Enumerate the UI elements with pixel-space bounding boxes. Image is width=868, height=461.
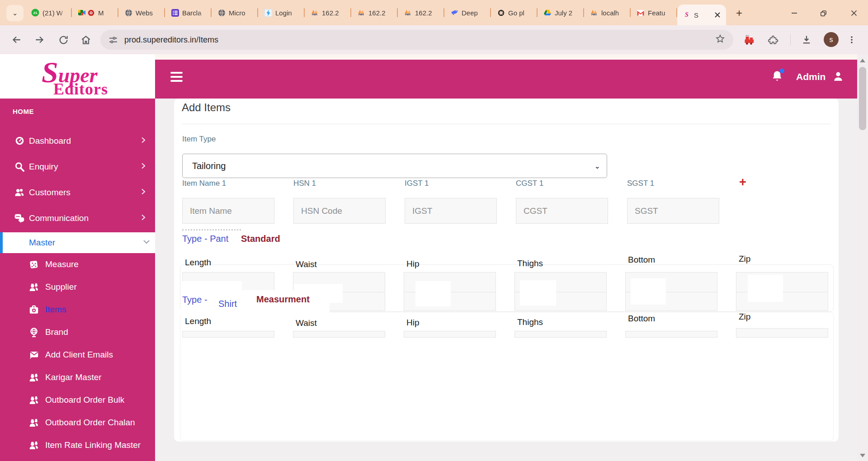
sidebar-item-label: Customers <box>29 188 71 198</box>
sidebar-item-enquiry[interactable]: Enquiry <box>0 154 155 179</box>
tab-label: 162.2 <box>322 9 345 17</box>
dashboard-icon <box>14 135 25 147</box>
menu-kebab-icon[interactable] <box>844 33 859 47</box>
sidebar-item-measure[interactable]: Measure <box>0 253 155 276</box>
item-type-label: Item Type <box>182 135 216 144</box>
sidebar-item-customers[interactable]: Customers <box>0 179 155 205</box>
shirt-field-input-waist[interactable] <box>293 331 385 338</box>
tab-search-button[interactable]: ⌄ <box>6 5 24 21</box>
browser-tab[interactable]: Deep <box>444 0 491 25</box>
active-tab[interactable]: S S <box>677 5 726 25</box>
scrollbar-thumb[interactable] <box>859 67 866 130</box>
browser-tab[interactable]: Webs <box>118 0 165 25</box>
browser-tab[interactable]: PMA162.2 <box>398 0 444 25</box>
sidebar-item-communication[interactable]: Communication <box>0 205 155 231</box>
browser-tab[interactable]: 21(21) W <box>25 0 72 25</box>
extension-train-icon[interactable] <box>742 33 757 47</box>
home-button[interactable] <box>78 32 94 48</box>
sidebar-item-master[interactable]: Master <box>0 232 158 253</box>
close-tab-icon[interactable] <box>712 10 722 20</box>
gst-input-cgst[interactable]: CGST <box>516 198 608 224</box>
input-placeholder: IGST <box>412 206 432 216</box>
gst-input-hsn-code[interactable]: HSN Code <box>293 198 386 224</box>
sidebar-item-outboard-order-chalan[interactable]: Outboard Order Chalan <box>0 411 155 434</box>
shirt-field-label-waist: Waist <box>296 318 317 328</box>
browser-tab[interactable]: Barcla <box>165 0 212 25</box>
title-divider <box>182 124 831 124</box>
gst-input-sgst[interactable]: SGST <box>627 198 719 224</box>
browser-tab[interactable]: Go pl <box>491 0 538 25</box>
pant-field-label-length: Length <box>185 258 211 268</box>
sidebar-item-dashboard[interactable]: Dashboard <box>0 128 155 154</box>
tab-label: M <box>98 9 118 17</box>
address-bar[interactable]: prod.supereditors.in/Items <box>100 30 733 50</box>
sidebar-item-label: Outboard Order Chalan <box>45 418 135 428</box>
browser-tab[interactable]: July 2 <box>538 0 584 25</box>
sidebar-item-outboard-order-bulk[interactable]: Outboard Order Bulk <box>0 389 155 411</box>
sidebar-item-supplier[interactable]: Supplier <box>0 276 155 298</box>
reload-icon <box>58 35 69 45</box>
app-logo[interactable]: Super Editors <box>0 54 155 99</box>
sidebar-item-label: Enquiry <box>29 162 58 172</box>
shirt-field-input-hip[interactable] <box>404 331 496 338</box>
sidebar-menu: HOME DashboardEnquiryCustomersCommunicat… <box>0 99 155 461</box>
sidebar-item-items[interactable]: Items <box>0 298 155 321</box>
url-text[interactable]: prod.supereditors.in/Items <box>124 35 218 45</box>
download-icon[interactable] <box>799 33 814 47</box>
input-placeholder: SGST <box>635 206 658 216</box>
tab-label: 162.2 <box>415 9 439 17</box>
browser-tab[interactable]: PMA162.2 <box>305 0 351 25</box>
people-icon <box>14 187 25 198</box>
minimize-button[interactable] <box>788 6 801 20</box>
gst-column-label: SGST 1 <box>627 179 654 188</box>
hamburger-icon[interactable] <box>170 72 183 82</box>
site-info-icon[interactable] <box>108 36 118 44</box>
browser-tab[interactable]: M <box>72 0 118 25</box>
sidebar-item-add-client-emails[interactable]: Add Client Emails <box>0 343 155 366</box>
extensions-puzzle-icon[interactable] <box>766 33 780 47</box>
pant-type-link[interactable]: Type - Pant <box>182 234 228 244</box>
scroll-up-arrow-icon[interactable] <box>860 59 865 62</box>
item-type-select[interactable]: Tailoring ⌄ <box>182 154 607 178</box>
bookmark-star-icon[interactable] <box>715 34 725 46</box>
page-scrollbar[interactable] <box>857 54 868 461</box>
gmail-icon <box>637 9 645 17</box>
browser-tab[interactable]: Featu <box>631 0 677 25</box>
new-tab-button[interactable]: + <box>732 6 746 20</box>
shirt-field-input-zip[interactable] <box>736 328 828 338</box>
chevron-right-icon <box>139 188 147 198</box>
gst-column-label: CGST 1 <box>516 179 543 188</box>
sidebar-item-karigar-master[interactable]: Karigar Master <box>0 366 155 389</box>
person-icon[interactable] <box>832 71 844 84</box>
reload-button[interactable] <box>55 32 71 48</box>
shirt-type-link-name[interactable]: Shirt <box>218 299 237 309</box>
scroll-down-arrow-icon[interactable] <box>860 454 865 457</box>
shirt-field-input-bottom[interactable] <box>625 331 717 338</box>
profile-avatar[interactable]: s <box>824 32 839 47</box>
sidebar-item-brand[interactable]: Brand <box>0 321 155 343</box>
browser-tab[interactable]: PMA162.2 <box>351 0 398 25</box>
forward-button[interactable] <box>32 32 48 48</box>
add-item-row-button[interactable]: + <box>739 175 746 189</box>
phpmyadmin-icon: PMA <box>590 9 598 17</box>
close-window-button[interactable] <box>847 6 861 20</box>
admin-label[interactable]: Admin <box>796 71 826 82</box>
svg-text:21: 21 <box>33 11 38 15</box>
shirt-field-input-thighs[interactable] <box>514 331 607 338</box>
chevron-right-icon <box>139 136 147 146</box>
browser-tab[interactable]: Micro <box>212 0 258 25</box>
white-overlay <box>520 280 556 306</box>
maximize-button[interactable] <box>816 6 830 20</box>
browser-tab[interactable]: Login <box>258 0 305 25</box>
gst-input-item-name[interactable]: Item Name <box>182 198 274 224</box>
tab-label: localh <box>601 9 625 17</box>
sidebar-item-label: Item Rate Linking Master <box>45 440 141 450</box>
sidebar-item-item-rate-linking-master[interactable]: Item Rate Linking Master <box>0 434 155 456</box>
back-button[interactable] <box>8 32 24 48</box>
browser-tab[interactable]: PMAlocalh <box>584 0 631 25</box>
gst-input-igst[interactable]: IGST <box>405 198 497 224</box>
shirt-type-link-prefix[interactable]: Type - <box>182 295 208 305</box>
tab-label: Webs <box>136 9 159 17</box>
shirt-field-input-length[interactable] <box>182 331 274 338</box>
white-overlay <box>631 278 666 305</box>
